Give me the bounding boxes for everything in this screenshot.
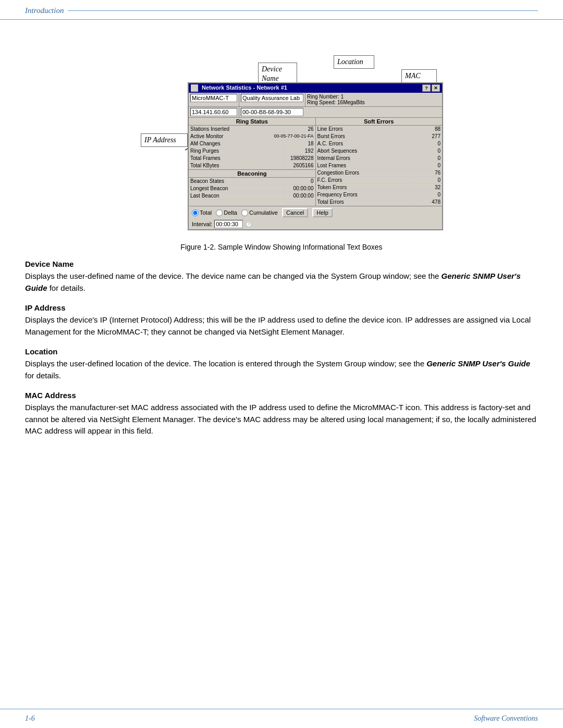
ip-mac-row: 134.141.60.60 00-00-B8-68-99-30 xyxy=(189,107,442,118)
text-mac-address: Displays the manufacturer-set MAC addres… xyxy=(25,402,538,437)
radio-total-label: Total xyxy=(200,209,212,216)
beaconing-header: Beaconing xyxy=(189,169,315,178)
radio-delta[interactable] xyxy=(216,209,223,216)
figure-caption: Figure 1-2. Sample Window Showing Inform… xyxy=(104,243,459,251)
stat-label-1: Active Monitor xyxy=(189,133,268,140)
ring-number-value: 1 xyxy=(341,94,344,100)
radio-total[interactable] xyxy=(192,209,199,216)
err-label-10: Total Errors xyxy=(316,199,411,205)
radio-cumulative-label: Cumulative xyxy=(249,209,278,216)
stat-label-5: Total KBytes xyxy=(189,162,284,169)
text-location: Displays the user-defined location of th… xyxy=(25,358,538,381)
err-row-8: Token Errors 32 xyxy=(316,184,443,191)
close-btn[interactable]: ✕ xyxy=(432,84,440,92)
err-label-5: Lost Frames xyxy=(316,162,411,169)
stats-row-2: AM Changes 18 xyxy=(189,140,315,147)
err-label-7: F.C. Errors xyxy=(316,177,411,183)
radio-total-group: Total xyxy=(192,209,212,216)
beacon-val-2: 00:00:00 xyxy=(284,192,315,199)
callout-ip-address: IP Address xyxy=(141,133,188,147)
help-button[interactable]: Help xyxy=(312,208,333,217)
bottom-bar: Total Delta Cumulative Cancel Help xyxy=(189,206,442,219)
err-row-5: Lost Frames 0 xyxy=(316,162,443,169)
interval-input: 00:00:30 xyxy=(214,220,243,228)
err-label-8: Token Errors xyxy=(316,184,411,191)
stats-row-3: Ring Purges 192 xyxy=(189,147,315,155)
soft-errors-header: Soft Errors xyxy=(316,118,443,126)
window-titlebar: Network Statistics - Network #1 ? ✕ xyxy=(189,83,442,93)
section-mac-address: MAC Address Displays the manufacturer-se… xyxy=(25,391,538,437)
cancel-button[interactable]: Cancel xyxy=(282,208,308,217)
device-name-field-cell: MicroMMAC-T xyxy=(189,93,239,106)
stat-val-2: 18 xyxy=(284,140,315,147)
stat-val-1: 00-05-77-00-21-FA xyxy=(268,133,315,140)
stat-val-0: 26 xyxy=(284,126,315,132)
err-row-4: Internal Errors 0 xyxy=(316,155,443,162)
soft-errors-section: Soft Errors Line Errors 88 Burst Errors … xyxy=(316,118,443,206)
beacon-row-1: Longest Beacon 00:00:00 xyxy=(189,185,315,192)
heading-mac-address: MAC Address xyxy=(25,391,538,400)
callout-area: Device Name Location MAC Address IP Addr… xyxy=(104,41,459,239)
ring-speed-value: 16MegaBits xyxy=(337,100,365,105)
footer-section-title: Software Conventions xyxy=(474,714,538,723)
stat-label-0: Stations Inserted xyxy=(189,126,284,132)
err-row-0: Line Errors 88 xyxy=(316,126,443,133)
stats-row-1: Active Monitor 00-05-77-00-21-FA xyxy=(189,133,315,140)
err-label-4: Internal Errors xyxy=(316,155,411,162)
page-header: Introduction xyxy=(0,0,563,20)
mac-field-cell: 00-00-B8-68-99-30 xyxy=(239,107,442,117)
err-label-9: Frequency Errors xyxy=(316,191,411,198)
err-row-7: F.C. Errors 0 xyxy=(316,177,443,184)
ring-status-header: Ring Status xyxy=(189,118,315,126)
err-val-3: 0 xyxy=(411,147,442,154)
stat-val-5: 2605166 xyxy=(284,162,315,169)
err-val-8: 32 xyxy=(411,184,442,191)
beacon-label-0: Beacon States xyxy=(189,178,284,184)
help-btn[interactable]: ? xyxy=(422,84,431,92)
radio-cumulative-group: Cumulative xyxy=(241,209,278,216)
err-label-3: Abort Sequences xyxy=(316,147,411,154)
location-input: Quality Assurance Lab xyxy=(241,94,303,102)
err-row-10: Total Errors 478 xyxy=(316,199,443,206)
interval-row: Interval: 00:00:30 🕐 xyxy=(189,219,442,229)
heading-device-name: Device Name xyxy=(25,260,538,268)
text-ip-address: Displays the device's IP (Internet Proto… xyxy=(25,314,538,338)
clock-icon: 🕐 xyxy=(245,220,252,228)
err-val-9: 0 xyxy=(411,191,442,198)
heading-location: Location xyxy=(25,347,538,356)
err-label-0: Line Errors xyxy=(316,126,411,132)
stat-label-4: Total Frames xyxy=(189,155,284,162)
header-rule xyxy=(68,10,538,11)
stats-row-0: Stations Inserted 26 xyxy=(189,126,315,133)
mac-input: 00-00-B8-68-99-30 xyxy=(241,108,303,116)
ring-number-row: Ring Number: 1 xyxy=(307,94,440,100)
stat-val-3: 192 xyxy=(284,147,315,154)
beacon-row-0: Beacon States 0 xyxy=(189,178,315,185)
err-row-2: A.C. Errors 0 xyxy=(316,140,443,147)
err-row-1: Burst Errors 277 xyxy=(316,133,443,140)
radio-delta-group: Delta xyxy=(216,209,237,216)
err-row-6: Congestion Errors 76 xyxy=(316,169,443,177)
fields-row: MicroMMAC-T Quality Assurance Lab Ring N… xyxy=(189,93,442,107)
main-content: Device Name Location MAC Address IP Addr… xyxy=(0,20,563,467)
stats-section: Ring Status Stations Inserted 26 Active … xyxy=(189,118,442,206)
stat-label-3: Ring Purges xyxy=(189,147,284,154)
ring-speed-label: Ring Speed: xyxy=(307,100,336,105)
ip-field-cell: 134.141.60.60 xyxy=(189,107,239,117)
err-val-0: 88 xyxy=(411,126,442,132)
figure-container: Device Name Location MAC Address IP Addr… xyxy=(104,41,459,251)
heading-ip-address: IP Address xyxy=(25,303,538,312)
screenshot-window: Network Statistics - Network #1 ? ✕ Micr… xyxy=(188,82,443,230)
ring-info-cell: Ring Number: 1 Ring Speed: 16MegaBits xyxy=(305,93,442,106)
radio-cumulative[interactable] xyxy=(241,209,248,216)
window-title: Network Statistics - Network #1 xyxy=(202,84,287,91)
stats-row-4: Total Frames 19808228 xyxy=(189,155,315,162)
ring-speed-row: Ring Speed: 16MegaBits xyxy=(307,100,440,105)
beacon-row-2: Last Beacon 00:00:00 xyxy=(189,192,315,200)
interval-label: Interval: xyxy=(192,221,212,227)
err-val-10: 478 xyxy=(411,199,442,205)
ip-input: 134.141.60.60 xyxy=(190,108,237,116)
ring-number-label: Ring Number: xyxy=(307,94,339,100)
section-ip-address: IP Address Displays the device's IP (Int… xyxy=(25,303,538,338)
stat-label-2: AM Changes xyxy=(189,140,284,147)
